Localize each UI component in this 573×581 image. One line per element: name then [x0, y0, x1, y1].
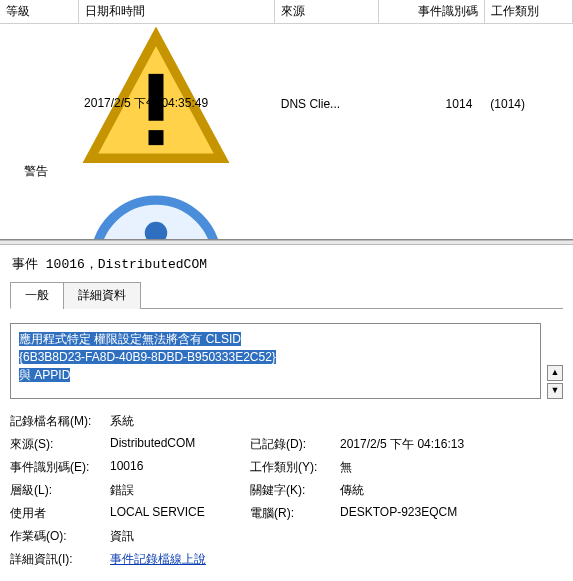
prop-level-label: 層級(L):	[10, 482, 110, 499]
cell-task: (1014)	[484, 24, 572, 184]
col-level[interactable]: 等級	[0, 0, 78, 24]
prop-more-label: 詳細資訊(I):	[10, 551, 110, 568]
detail-pane: 事件 10016，DistributedCOM 一般 詳細資料 應用程式特定 權…	[0, 245, 573, 578]
prop-keywords-label: 關鍵字(K):	[250, 482, 340, 499]
prop-computer-val: DESKTOP-923EQCM	[340, 505, 563, 522]
msg-line3: 與 APPID	[19, 368, 70, 382]
tab-details[interactable]: 詳細資料	[63, 282, 141, 309]
prop-logged-val: 2017/2/5 下午 04:16:13	[340, 436, 563, 453]
detail-header: 事件 10016，DistributedCOM	[10, 251, 563, 281]
msg-scroll-down[interactable]: ▼	[547, 383, 563, 399]
msg-line1: 應用程式特定 權限設定無法將含有 CLSID	[19, 332, 241, 346]
col-source[interactable]: 來源	[275, 0, 379, 24]
msg-line2: {6B3B8D23-FA8D-40B9-8DBD-B950333E2C52}	[19, 350, 276, 364]
prop-level-val: 錯誤	[110, 482, 250, 499]
cell-eventid: 1	[379, 183, 485, 240]
tab-general[interactable]: 一般	[10, 282, 64, 309]
cell-level: 警告	[24, 164, 48, 178]
event-properties: 記錄檔名稱(M): 系統 來源(S): DistributedCOM 已記錄(D…	[10, 413, 563, 568]
event-list-pane[interactable]: 等級 日期和時間 來源 事件識別碼 工作類別 警告2017/2/5 下午 04:…	[0, 0, 573, 240]
prop-eventid-val: 10016	[110, 459, 250, 476]
warn-icon	[6, 27, 20, 41]
online-help-link[interactable]: 事件記錄檔線上說	[110, 552, 206, 566]
prop-task-val: 無	[340, 459, 563, 476]
table-row[interactable]: 警告2017/2/5 下午 04:35:49DNS Clie...1014(10…	[0, 24, 573, 184]
prop-opcode-val: 資訊	[110, 528, 563, 545]
prop-source-val: DistributedCOM	[110, 436, 250, 453]
prop-eventid-label: 事件識別碼(E):	[10, 459, 110, 476]
col-datetime[interactable]: 日期和時間	[78, 0, 275, 24]
cell-eventid: 1014	[379, 24, 485, 184]
prop-user-val: LOCAL SERVICE	[110, 505, 250, 522]
cell-task: 無	[484, 183, 572, 240]
prop-keywords-val: 傳統	[340, 482, 563, 499]
msg-scroll-up[interactable]: ▲	[547, 365, 563, 381]
info-icon	[6, 186, 20, 200]
prop-user-label: 使用者	[10, 505, 110, 522]
event-table: 等級 日期和時間 來源 事件識別碼 工作類別 警告2017/2/5 下午 04:…	[0, 0, 573, 240]
col-task[interactable]: 工作類別	[484, 0, 572, 24]
tabs: 一般 詳細資料	[10, 281, 563, 309]
prop-source-label: 來源(S):	[10, 436, 110, 453]
event-message-box[interactable]: 應用程式特定 權限設定無法將含有 CLSID {6B3B8D23-FA8D-40…	[10, 323, 541, 399]
prop-logged-label: 已記錄(D):	[250, 436, 340, 453]
table-row[interactable]: 資訊2017/2/5 下午 04:31:21Lfsvc1無	[0, 183, 573, 240]
col-eventid[interactable]: 事件識別碼	[379, 0, 485, 24]
column-header-row[interactable]: 等級 日期和時間 來源 事件識別碼 工作類別	[0, 0, 573, 24]
prop-log-val: 系統	[110, 413, 563, 430]
prop-opcode-label: 作業碼(O):	[10, 528, 110, 545]
prop-computer-label: 電腦(R):	[250, 505, 340, 522]
prop-log-label: 記錄檔名稱(M):	[10, 413, 110, 430]
prop-task-label: 工作類別(Y):	[250, 459, 340, 476]
